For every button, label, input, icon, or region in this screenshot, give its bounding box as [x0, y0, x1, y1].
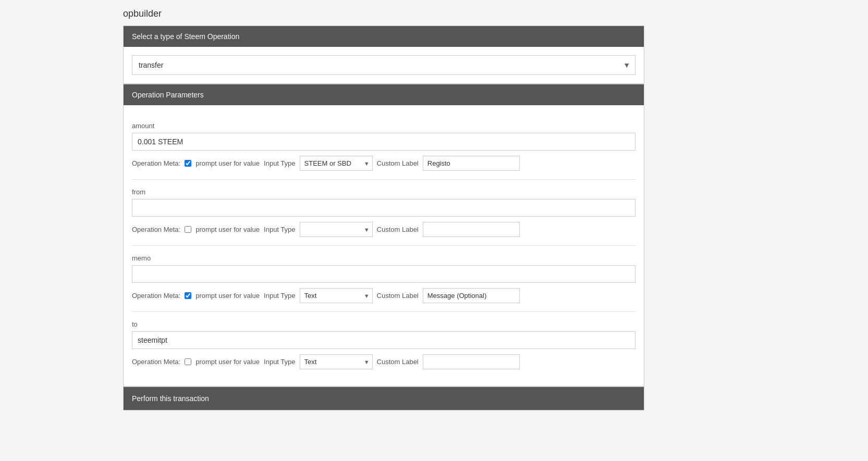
operation-type-body: transfer vote comment custom_json transf… [124, 47, 644, 83]
field-label-amount: amount [132, 122, 635, 130]
operation-parameters-header: Operation Parameters [124, 84, 644, 105]
operation-meta-checkbox-from[interactable] [185, 226, 191, 233]
operation-meta-label-from: Operation Meta: [132, 226, 180, 233]
custom-label-text-amount: Custom Label [377, 159, 419, 167]
field-block-to: to Operation Meta: prompt user for value… [132, 312, 635, 378]
custom-label-text-to: Custom Label [377, 358, 419, 366]
operation-type-header: Select a type of Steem Operation [124, 26, 644, 47]
field-input-to[interactable] [132, 331, 635, 349]
field-block-memo: memo Operation Meta: prompt user for val… [132, 246, 635, 312]
operation-meta-row-amount: Operation Meta: prompt user for value In… [132, 156, 635, 171]
input-type-select-from[interactable]: Text Number STEEM or SBD [300, 222, 373, 237]
field-input-from[interactable] [132, 199, 635, 217]
custom-label-input-to[interactable] [423, 354, 520, 369]
perform-section: Perform this transaction [123, 387, 644, 410]
custom-label-input-amount[interactable] [423, 156, 520, 171]
operation-meta-row-from: Operation Meta: prompt user for value In… [132, 222, 635, 237]
input-type-select-wrapper-to[interactable]: Text Number STEEM or SBD ▼ [300, 354, 373, 369]
custom-label-input-memo[interactable] [423, 288, 520, 303]
operation-type-section: Select a type of Steem Operation transfe… [123, 26, 644, 84]
operation-meta-row-to: Operation Meta: prompt user for value In… [132, 354, 635, 369]
operation-meta-row-memo: Operation Meta: prompt user for value In… [132, 288, 635, 303]
prompt-label-from: prompt user for value [195, 226, 260, 233]
input-type-label-memo: Input Type [264, 292, 295, 300]
page-title: opbuilder [0, 0, 868, 26]
prompt-label-amount: prompt user for value [195, 159, 260, 167]
input-type-label-amount: Input Type [264, 159, 295, 167]
custom-label-text-memo: Custom Label [377, 292, 419, 300]
operation-meta-checkbox-amount[interactable] [185, 160, 191, 167]
field-input-memo[interactable] [132, 265, 635, 283]
input-type-select-wrapper-from[interactable]: Text Number STEEM or SBD ▼ [300, 222, 373, 237]
prompt-label-to: prompt user for value [195, 358, 260, 366]
operation-parameters-section: Operation Parameters amount Operation Me… [123, 84, 644, 387]
field-label-from: from [132, 188, 635, 196]
input-type-select-wrapper-memo[interactable]: Text Number STEEM or SBD ▼ [300, 288, 373, 303]
operation-meta-label-amount: Operation Meta: [132, 159, 180, 167]
input-type-label-to: Input Type [264, 358, 295, 366]
operation-meta-label-to: Operation Meta: [132, 358, 180, 366]
operation-meta-checkbox-to[interactable] [185, 358, 191, 365]
main-container: Select a type of Steem Operation transfe… [123, 26, 644, 410]
custom-label-input-from[interactable] [423, 222, 520, 237]
input-type-select-memo[interactable]: Text Number STEEM or SBD [300, 288, 373, 303]
operation-parameters-body: amount Operation Meta: prompt user for v… [124, 105, 644, 386]
custom-label-text-from: Custom Label [377, 226, 419, 233]
input-type-select-wrapper-amount[interactable]: STEEM or SBD Text Number ▼ [300, 156, 373, 171]
field-label-memo: memo [132, 254, 635, 262]
operation-type-select[interactable]: transfer vote comment custom_json transf… [132, 55, 635, 75]
field-block-amount: amount Operation Meta: prompt user for v… [132, 114, 635, 180]
operation-meta-checkbox-memo[interactable] [185, 292, 191, 299]
app-title: opbuilder [0, 0, 868, 26]
perform-header: Perform this transaction [124, 387, 644, 410]
input-type-select-amount[interactable]: STEEM or SBD Text Number [300, 156, 373, 171]
field-label-to: to [132, 320, 635, 328]
operation-meta-label-memo: Operation Meta: [132, 292, 180, 300]
field-input-amount[interactable] [132, 133, 635, 151]
input-type-select-to[interactable]: Text Number STEEM or SBD [300, 354, 373, 369]
prompt-label-memo: prompt user for value [195, 292, 260, 300]
operation-type-select-wrapper[interactable]: transfer vote comment custom_json transf… [132, 55, 635, 75]
input-type-label-from: Input Type [264, 226, 295, 233]
field-block-from: from Operation Meta: prompt user for val… [132, 180, 635, 246]
